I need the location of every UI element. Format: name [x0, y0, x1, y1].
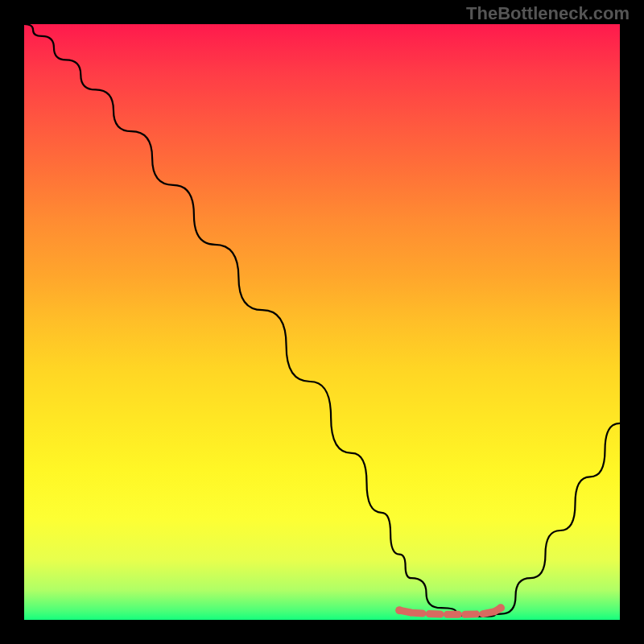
svg-point-8	[497, 604, 505, 612]
bottleneck-curve-path	[24, 24, 620, 617]
plot-area	[24, 24, 620, 620]
watermark-text: TheBottleneck.com	[466, 3, 630, 24]
chart-container: TheBottleneck.com	[0, 0, 644, 644]
chart-svg	[24, 24, 620, 620]
svg-point-7	[395, 606, 403, 614]
